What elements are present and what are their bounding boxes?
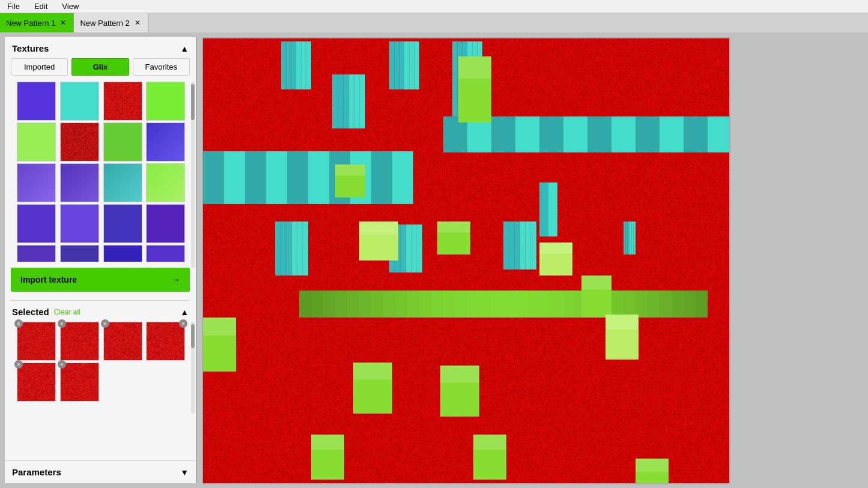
parameters-section-header: Parameters ▼ [5, 460, 196, 483]
texture-thumb-11[interactable] [146, 163, 185, 202]
parameters-title: Parameters [12, 467, 61, 477]
texture-thumb-5[interactable] [60, 122, 99, 161]
texture-thumb-6[interactable] [103, 122, 142, 161]
selected-thumb-5[interactable]: × [60, 363, 99, 402]
texture-thumb-13[interactable] [60, 204, 99, 243]
selected-thumb-2[interactable]: × [103, 322, 142, 361]
selected-title: Selected [12, 307, 49, 317]
selected-remove-dot-4[interactable]: × [14, 360, 23, 369]
texture-thumb-17[interactable] [60, 245, 99, 262]
selected-remove-dot-2[interactable]: × [101, 319, 109, 328]
texture-thumb-18[interactable] [103, 245, 142, 262]
filter-imported[interactable]: Imported [11, 58, 68, 76]
clear-all-button[interactable]: Clear all [54, 308, 80, 316]
parameters-expand-arrow[interactable]: ▼ [180, 468, 189, 477]
textures-section-header: Textures ▲ [5, 37, 196, 58]
selected-thumb-0[interactable]: × [17, 322, 56, 361]
import-texture-arrow-icon: → [172, 275, 180, 285]
texture-thumb-10[interactable] [103, 163, 142, 202]
texture-thumb-7[interactable] [146, 122, 185, 161]
selected-remove-dot-0[interactable]: × [14, 319, 23, 328]
menu-edit[interactable]: Edit [32, 1, 50, 12]
filter-glix[interactable]: Glix [71, 58, 129, 76]
texture-grid-scrollbar[interactable] [191, 82, 195, 268]
texture-thumb-2[interactable] [103, 82, 142, 121]
textures-collapse-arrow[interactable]: ▲ [180, 44, 189, 53]
texture-thumb-8[interactable] [17, 163, 56, 202]
texture-thumb-0[interactable] [17, 82, 56, 121]
tab-new-pattern-2[interactable]: New Pattern 2 ✕ [74, 13, 148, 32]
tab-bar: New Pattern 1 ✕ New Pattern 2 ✕ [0, 13, 868, 32]
canvas-area [197, 32, 868, 488]
texture-filters: Imported Glix Favorites [5, 58, 196, 82]
tab-close-1[interactable]: ✕ [59, 19, 67, 27]
textures-title: Textures [12, 43, 49, 53]
texture-thumb-14[interactable] [103, 204, 142, 243]
texture-thumb-4[interactable] [17, 122, 56, 161]
tab-label-2: New Pattern 2 [80, 19, 129, 28]
selected-remove-dot-1[interactable]: × [58, 319, 66, 328]
tab-new-pattern-1[interactable]: New Pattern 1 ✕ [0, 13, 74, 32]
selected-grid-scrollbar-thumb [191, 324, 195, 348]
pattern-canvas-wrapper [202, 37, 730, 484]
selected-thumb-3[interactable]: × [146, 322, 185, 361]
menu-file[interactable]: File [5, 1, 22, 12]
texture-thumb-12[interactable] [17, 204, 56, 243]
selected-thumb-1[interactable]: × [60, 322, 99, 361]
selected-remove-dot-5[interactable]: × [58, 360, 66, 369]
selected-thumb-4[interactable]: × [17, 363, 56, 402]
texture-thumb-1[interactable] [60, 82, 99, 121]
import-texture-label: Import texture [20, 275, 77, 285]
selected-grid-scrollbar[interactable] [191, 322, 195, 414]
filter-favorites[interactable]: Favorites [133, 58, 190, 76]
menu-bar: File Edit View [0, 0, 868, 13]
texture-thumb-16[interactable] [17, 245, 56, 262]
selected-grid: ×××××× [11, 322, 193, 408]
selected-remove-dot-3[interactable]: × [179, 319, 187, 328]
selected-collapse-arrow[interactable]: ▲ [180, 307, 189, 317]
texture-grid [11, 82, 193, 262]
texture-thumb-3[interactable] [146, 82, 185, 121]
tab-close-2[interactable]: ✕ [133, 19, 142, 27]
selected-title-row: Selected Clear all [12, 307, 80, 317]
texture-thumb-15[interactable] [146, 204, 185, 243]
texture-grid-scrollbar-thumb [191, 84, 195, 120]
main-layout: Textures ▲ Imported Glix Favorites Impor… [0, 32, 868, 488]
texture-thumb-19[interactable] [146, 245, 185, 262]
selected-section-header: Selected Clear all ▲ [5, 301, 196, 322]
tab-label-1: New Pattern 1 [6, 19, 55, 28]
menu-view[interactable]: View [59, 1, 81, 12]
left-panel: Textures ▲ Imported Glix Favorites Impor… [5, 37, 197, 483]
pattern-canvas[interactable] [203, 38, 729, 483]
import-texture-button[interactable]: Import texture → [11, 268, 190, 292]
texture-thumb-9[interactable] [60, 163, 99, 202]
